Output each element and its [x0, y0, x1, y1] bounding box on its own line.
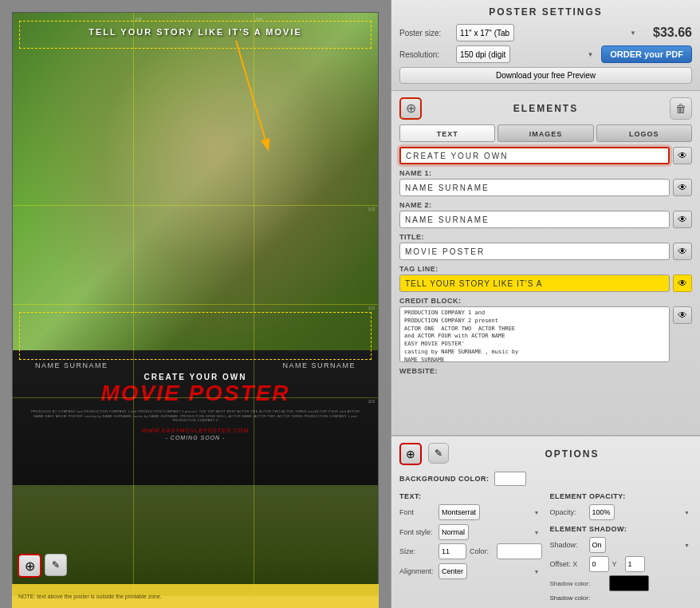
warning-box: NOTE: text above the poster is outside t… — [12, 584, 379, 608]
trash-icon: 🗑 — [675, 102, 686, 115]
poster-names-row: NAME SURNAME NAME SURNAME — [21, 361, 370, 369]
shadow-label: ELEMENT SHADOW: — [550, 525, 693, 533]
name2-field[interactable] — [399, 211, 670, 228]
font-select-wrapper: Montserrat — [438, 503, 542, 520]
bg-color-row: BACKGROUND COLOR: — [399, 472, 692, 486]
name1-visibility[interactable]: 👁 — [673, 179, 692, 196]
right-panel: POSTER SETTINGS Poster size: 11" x 17" (… — [391, 0, 700, 608]
bottom-add-icon[interactable]: ⊕ — [18, 554, 41, 578]
bottom-options-icons[interactable]: ⊕ ✎ — [18, 554, 67, 578]
text-options: TEXT: Font Montserrat Font style: — [399, 492, 542, 602]
website-label: WEBSITE: — [399, 367, 692, 375]
tab-images[interactable]: IMAGES — [497, 124, 593, 142]
alignment-select[interactable]: Center — [438, 563, 467, 579]
alignment-row: Alignment: Center — [399, 563, 542, 579]
font-row: Font Montserrat — [399, 503, 542, 520]
create-own-visibility[interactable]: 👁 — [673, 147, 692, 164]
font-select[interactable]: Montserrat — [438, 504, 480, 520]
opacity-row-label: Opacity: — [550, 508, 586, 516]
poster-bottom-area: NAME SURNAME NAME SURNAME CREATE YOUR OW… — [13, 350, 378, 595]
options-title: OPTIONS — [452, 448, 692, 460]
options-main-icon[interactable]: ⊕ — [399, 443, 422, 465]
font-style-select-wrapper: Normal — [438, 523, 542, 540]
poster-size-row: Poster size: 11" x 17" (Tab $33.66 — [399, 24, 692, 41]
title-group: TITLE: 👁 — [399, 231, 692, 263]
title-label: TITLE: — [399, 233, 692, 241]
offset-x-input[interactable] — [589, 556, 609, 572]
elements-title: ELEMENTS — [422, 103, 670, 114]
poster-name-1: NAME SURNAME — [35, 361, 108, 369]
size-input[interactable] — [438, 543, 466, 559]
title-visibility[interactable]: 👁 — [673, 243, 692, 260]
font-style-select[interactable]: Normal — [438, 524, 469, 540]
tab-text[interactable]: TEXT — [399, 124, 495, 142]
options-icons: ⊕ ✎ — [399, 443, 452, 465]
name1-group: NAME 1: 👁 — [399, 168, 692, 199]
bg-color-swatch[interactable] — [494, 472, 526, 486]
font-label: Font — [399, 508, 435, 516]
shadow-row-label: Shadow: — [550, 541, 586, 549]
text-color-swatch[interactable] — [497, 543, 542, 559]
name2-visibility[interactable]: 👁 — [673, 211, 692, 228]
opacity-row: Opacity: 100% — [550, 503, 693, 520]
options-section: ⊕ ✎ OPTIONS BACKGROUND COLOR: TEXT: Font — [391, 436, 700, 608]
poster-credits: PRODUCED BY COMPANY and PRODUCTION COMPA… — [21, 408, 370, 424]
credit-block-visibility[interactable]: 👁 — [673, 306, 692, 324]
tagline-group: TAG LINE: 👁 — [399, 263, 692, 295]
opacity-select-wrapper: 100% — [589, 503, 693, 520]
tab-logos[interactable]: LOGOS — [596, 124, 692, 142]
offset-x-label: Offset: X — [550, 560, 586, 568]
tagline-visibility[interactable]: 👁 — [673, 274, 692, 292]
add-element-button[interactable]: ⊕ — [399, 97, 422, 120]
shadow-color-swatch[interactable] — [609, 575, 649, 591]
offset-y-input[interactable] — [625, 556, 645, 572]
website-group: WEBSITE: — [399, 365, 692, 377]
shadow-select[interactable]: On — [589, 537, 606, 553]
options-header: ⊕ ✎ OPTIONS — [399, 443, 692, 465]
poster-size-select[interactable]: 11" x 17" (Tab — [456, 24, 514, 41]
poster-tagline-text: TELL YOUR STORY LIKE IT'S A MOVIE — [13, 27, 378, 37]
shadow-color-row: Shadow color: — [550, 575, 693, 591]
resolution-row: Resolution: 150 dpi (digit ORDER your PD… — [399, 45, 692, 63]
credit-block-group: CREDIT BLOCK: PRODUCTION COMPANY 1 and P… — [399, 295, 692, 365]
elements-section: ⊕ ELEMENTS 🗑 TEXT IMAGES LOGOS 👁 — [391, 91, 700, 436]
name2-label: NAME 2: — [399, 201, 692, 209]
poster-bottom-scene — [13, 485, 378, 595]
options-edit-icon[interactable]: ✎ — [428, 443, 449, 464]
tagline-field[interactable] — [399, 274, 670, 292]
size-label: Size: — [399, 547, 435, 555]
alignment-select-wrapper: Center — [438, 563, 542, 579]
name1-label: NAME 1: — [399, 169, 692, 177]
resolution-select-wrapper: 150 dpi (digit — [456, 45, 596, 63]
opacity-label: ELEMENT OPACITY: — [550, 492, 693, 500]
options-grid: TEXT: Font Montserrat Font style: — [399, 492, 692, 602]
bottom-edit-icon[interactable]: ✎ — [45, 554, 67, 576]
download-preview-button[interactable]: Download your free Preview — [399, 67, 692, 84]
name1-field[interactable] — [399, 179, 670, 196]
resolution-label: Resolution: — [399, 50, 451, 59]
font-style-row: Font style: Normal — [399, 523, 542, 540]
poster-coming-soon: - COMING SOON - — [21, 435, 370, 440]
credit-block-label: CREDIT BLOCK: — [399, 297, 692, 305]
color-label: Color: — [470, 547, 494, 555]
offset-row: Offset: X Y — [550, 556, 693, 572]
poster-website: WWW.EASYMOVLEPOSTER.COM — [21, 428, 370, 433]
credit-block-field[interactable]: PRODUCTION COMPANY 1 and PRODUCTION COMP… — [399, 306, 670, 362]
resolution-select[interactable]: 150 dpi (digit — [456, 45, 510, 63]
shadow-select-wrapper: On — [589, 536, 693, 553]
poster-settings-title: POSTER SETTINGS — [399, 6, 692, 18]
poster-canvas: TELL YOUR STORY LIKE IT'S A MOVIE NAME S… — [12, 12, 379, 596]
name2-group: NAME 2: 👁 — [399, 199, 692, 231]
order-pdf-button[interactable]: ORDER your PDF — [601, 45, 692, 63]
title-field[interactable] — [399, 243, 670, 260]
poster-name-2: NAME SURNAME — [282, 361, 356, 369]
create-own-field[interactable] — [399, 147, 670, 164]
shadow-color-label-text: Shadow color: — [550, 594, 693, 602]
poster-preview: TELL YOUR STORY LIKE IT'S A MOVIE NAME S… — [0, 0, 391, 608]
add-element-icon: ⊕ — [406, 102, 416, 115]
bg-color-label: BACKGROUND COLOR: — [399, 475, 490, 483]
opacity-select[interactable]: 100% — [589, 504, 615, 520]
delete-element-button[interactable]: 🗑 — [670, 97, 692, 120]
font-style-label: Font style: — [399, 528, 435, 536]
tagline-label: TAG LINE: — [399, 265, 692, 273]
